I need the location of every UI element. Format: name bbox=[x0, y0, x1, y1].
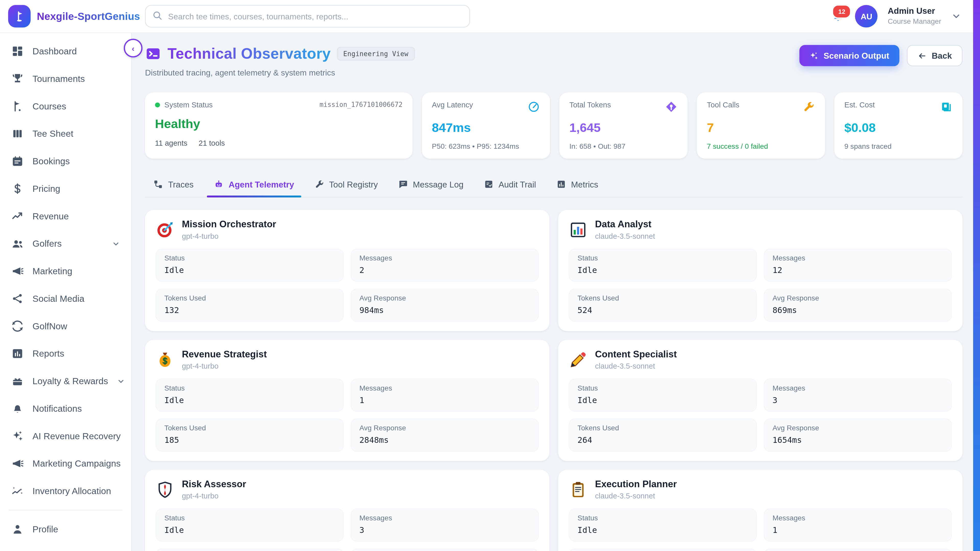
gauge-icon bbox=[528, 100, 540, 113]
sidebar-item-marketing[interactable]: Marketing bbox=[0, 257, 131, 285]
stat-label: Status bbox=[578, 254, 748, 262]
scenario-output-button[interactable]: Scenario Output bbox=[799, 45, 899, 66]
sidebar-collapse-button[interactable]: ‹ bbox=[124, 39, 142, 57]
agent-card-mission-orchestrator: Mission Orchestratorgpt-4-turboStatusIdl… bbox=[145, 210, 549, 331]
sidebar-item-social-media[interactable]: Social Media bbox=[0, 285, 131, 313]
status-card-value: 1,645 bbox=[570, 121, 678, 135]
status-card-label: Tool Calls bbox=[707, 100, 739, 109]
sidebar-item-dashboard[interactable]: Dashboard bbox=[0, 38, 131, 65]
tab-label: Tool Registry bbox=[329, 179, 378, 189]
sidebar-nav: DashboardTournamentsCoursesTee SheetBook… bbox=[0, 38, 131, 543]
status-card-footer: P50: 623ms • P95: 1234ms bbox=[432, 142, 540, 150]
page-title: Technical Observatory bbox=[167, 45, 331, 62]
tab-label: Message Log bbox=[413, 179, 464, 189]
tab-traces[interactable]: Traces bbox=[145, 174, 202, 197]
sparkles-icon bbox=[11, 430, 24, 442]
stat-value: 264 bbox=[578, 435, 748, 445]
sidebar-item-inventory-allocation[interactable]: Inventory Allocation bbox=[0, 477, 131, 505]
search-icon bbox=[152, 10, 162, 21]
target-icon bbox=[156, 220, 174, 239]
stat-value: 2848ms bbox=[360, 435, 530, 445]
status-cards-row: System Statusmission_1767101006672Health… bbox=[145, 92, 963, 159]
back-button[interactable]: Back bbox=[907, 45, 963, 66]
search bbox=[145, 5, 470, 27]
page-subtitle: Distributed tracing, agent telemetry & s… bbox=[145, 68, 415, 78]
agent-avg-response: Avg Response1654ms bbox=[764, 419, 952, 452]
wallet-icon bbox=[940, 100, 953, 113]
brand[interactable]: Nexgile-SportGenius bbox=[0, 5, 131, 27]
token-icon bbox=[665, 100, 678, 113]
trending-up-icon bbox=[11, 210, 24, 222]
avatar[interactable]: AU bbox=[855, 5, 878, 27]
search-input[interactable] bbox=[145, 5, 470, 27]
stat-value: 185 bbox=[164, 435, 335, 445]
arrow-left-icon bbox=[917, 51, 927, 60]
sidebar-item-tournaments[interactable]: Tournaments bbox=[0, 65, 131, 93]
stat-label: Tokens Used bbox=[164, 294, 335, 302]
person-icon bbox=[11, 523, 24, 535]
top-bar: Nexgile-SportGenius 12 AU Admin User Cou… bbox=[0, 0, 980, 33]
tab-audit-trail[interactable]: Audit Trail bbox=[476, 174, 544, 197]
notifications-bell-icon[interactable]: 12 bbox=[832, 10, 845, 23]
sidebar-item-pricing[interactable]: Pricing bbox=[0, 175, 131, 203]
chevron-down-icon bbox=[117, 377, 125, 385]
tab-metrics[interactable]: Metrics bbox=[548, 174, 606, 197]
sidebar-item-label: Notifications bbox=[32, 403, 82, 413]
sidebar-item-golfers[interactable]: Golfers bbox=[0, 230, 131, 257]
megaphone-icon bbox=[11, 265, 24, 277]
brand-name: Nexgile-SportGenius bbox=[37, 10, 140, 22]
status-card-label: Est. Cost bbox=[845, 100, 875, 109]
user-info[interactable]: Admin User Course Manager bbox=[888, 6, 941, 26]
status-card-total-tokens: Total Tokens1,645In: 658 • Out: 987 bbox=[559, 92, 687, 159]
status-card-avg-latency: Avg Latency847msP50: 623ms • P95: 1234ms bbox=[422, 92, 550, 159]
sidebar-item-loyalty-rewards[interactable]: Loyalty & Rewards bbox=[0, 367, 131, 395]
stat-value: Idle bbox=[578, 526, 748, 535]
sidebar-item-courses[interactable]: Courses bbox=[0, 92, 131, 120]
stat-label: Status bbox=[164, 254, 335, 262]
user-role: Course Manager bbox=[888, 17, 941, 26]
sidebar-item-notifications[interactable]: Notifications bbox=[0, 395, 131, 422]
users-icon bbox=[11, 238, 24, 250]
sidebar-item-label: Tee Sheet bbox=[32, 129, 73, 138]
tab-label: Traces bbox=[168, 179, 194, 189]
sidebar-item-ai-revenue-recovery[interactable]: AI Revenue Recovery bbox=[0, 422, 131, 450]
sidebar-item-label: Tournaments bbox=[32, 74, 85, 84]
stat-value: Idle bbox=[164, 395, 335, 405]
money-bag-icon bbox=[156, 350, 174, 369]
agent-name: Content Specialist bbox=[595, 349, 676, 360]
chevron-down-icon[interactable] bbox=[951, 11, 961, 21]
stat-value: Idle bbox=[578, 395, 748, 405]
sidebar-item-label: Dashboard bbox=[32, 46, 77, 56]
sidebar: DashboardTournamentsCoursesTee SheetBook… bbox=[0, 32, 132, 551]
status-dot-icon bbox=[155, 103, 160, 108]
stat-label: Tokens Used bbox=[578, 294, 748, 302]
sidebar-item-marketing-campaigns[interactable]: Marketing Campaigns bbox=[0, 450, 131, 477]
sidebar-item-label: AI Revenue Recovery bbox=[32, 431, 121, 441]
tab-bar: TracesAgent TelemetryTool RegistryMessag… bbox=[145, 174, 963, 197]
page-scrollbar[interactable] bbox=[973, 0, 980, 551]
sidebar-item-profile[interactable]: Profile bbox=[0, 515, 131, 543]
sidebar-item-golfnow[interactable]: GolfNow bbox=[0, 312, 131, 340]
sidebar-item-bookings[interactable]: Bookings bbox=[0, 148, 131, 175]
status-card-label: Total Tokens bbox=[570, 100, 611, 109]
tab-message-log[interactable]: Message Log bbox=[390, 174, 472, 197]
gift-icon bbox=[11, 375, 24, 387]
sidebar-item-revenue[interactable]: Revenue bbox=[0, 202, 131, 230]
stat-label: Messages bbox=[360, 514, 530, 522]
message-icon bbox=[398, 179, 408, 189]
sidebar-item-tee-sheet[interactable]: Tee Sheet bbox=[0, 120, 131, 148]
status-card-footer: 9 spans traced bbox=[845, 142, 953, 150]
terminal-icon bbox=[145, 46, 161, 62]
stat-label: Tokens Used bbox=[578, 424, 748, 432]
tab-agent-telemetry[interactable]: Agent Telemetry bbox=[205, 174, 302, 197]
tab-tool-registry[interactable]: Tool Registry bbox=[306, 174, 386, 197]
stat-label: Messages bbox=[773, 514, 943, 522]
sidebar-item-reports[interactable]: Reports bbox=[0, 340, 131, 367]
stat-label: Avg Response bbox=[773, 424, 943, 432]
wrench-icon bbox=[314, 179, 324, 189]
sidebar-item-label: Marketing Campaigns bbox=[32, 459, 121, 468]
traces-icon bbox=[153, 179, 163, 189]
stat-value: Idle bbox=[578, 265, 748, 275]
stat-label: Status bbox=[164, 514, 335, 522]
agent-status: StatusIdle bbox=[569, 379, 757, 412]
